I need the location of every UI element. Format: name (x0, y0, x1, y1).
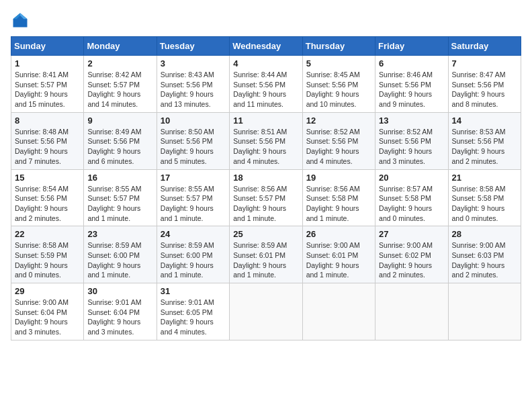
calendar-header-row: SundayMondayTuesdayWednesdayThursdayFrid… (11, 37, 521, 56)
calendar-cell (302, 283, 375, 340)
day-number: 12 (306, 116, 371, 126)
logo-icon (11, 11, 30, 30)
day-number: 7 (452, 58, 517, 68)
calendar-cell: 14 Sunrise: 8:53 AMSunset: 5:56 PMDaylig… (448, 112, 521, 169)
calendar-cell: 26 Sunrise: 9:00 AMSunset: 6:01 PMDaylig… (302, 226, 375, 283)
day-details: Sunrise: 8:56 AMSunset: 5:58 PMDaylight:… (306, 185, 360, 222)
calendar-cell: 31 Sunrise: 9:01 AMSunset: 6:05 PMDaylig… (157, 283, 229, 340)
calendar-week-row: 29 Sunrise: 9:00 AMSunset: 6:04 PMDaylig… (11, 283, 521, 340)
day-number: 8 (15, 116, 80, 126)
day-details: Sunrise: 9:00 AMSunset: 6:04 PMDaylight:… (15, 298, 69, 336)
day-number: 17 (161, 173, 226, 183)
calendar-cell: 8 Sunrise: 8:48 AMSunset: 5:56 PMDayligh… (11, 112, 84, 169)
day-number: 9 (87, 116, 152, 126)
day-details: Sunrise: 9:01 AMSunset: 6:04 PMDaylight:… (87, 298, 141, 336)
calendar-cell: 6 Sunrise: 8:46 AMSunset: 5:56 PMDayligh… (375, 56, 448, 113)
day-number: 30 (87, 286, 152, 296)
day-details: Sunrise: 8:49 AMSunset: 5:56 PMDaylight:… (87, 128, 141, 165)
day-number: 1 (15, 58, 80, 68)
day-details: Sunrise: 8:45 AMSunset: 5:56 PMDaylight:… (306, 71, 360, 108)
day-number: 6 (379, 58, 444, 68)
day-number: 20 (379, 173, 444, 183)
calendar-cell: 28 Sunrise: 9:00 AMSunset: 6:03 PMDaylig… (448, 226, 521, 283)
day-number: 25 (233, 229, 298, 239)
day-number: 23 (87, 229, 152, 239)
calendar-cell: 5 Sunrise: 8:45 AMSunset: 5:56 PMDayligh… (302, 56, 375, 113)
day-number: 15 (15, 173, 80, 183)
day-number: 29 (15, 286, 80, 296)
day-number: 26 (306, 229, 371, 239)
weekday-header-wednesday: Wednesday (230, 37, 302, 56)
day-details: Sunrise: 8:41 AMSunset: 5:57 PMDaylight:… (15, 71, 69, 108)
day-number: 24 (161, 229, 226, 239)
calendar-cell: 16 Sunrise: 8:55 AMSunset: 5:57 PMDaylig… (84, 169, 157, 226)
day-number: 31 (161, 286, 226, 296)
calendar-cell: 4 Sunrise: 8:44 AMSunset: 5:56 PMDayligh… (230, 56, 302, 113)
calendar-cell: 30 Sunrise: 9:01 AMSunset: 6:04 PMDaylig… (84, 283, 157, 340)
day-number: 5 (306, 58, 371, 68)
calendar-week-row: 8 Sunrise: 8:48 AMSunset: 5:56 PMDayligh… (11, 112, 521, 169)
calendar-week-row: 15 Sunrise: 8:54 AMSunset: 5:56 PMDaylig… (11, 169, 521, 226)
weekday-header-friday: Friday (375, 37, 448, 56)
day-details: Sunrise: 8:50 AMSunset: 5:56 PMDaylight:… (161, 128, 214, 165)
day-details: Sunrise: 8:46 AMSunset: 5:56 PMDaylight:… (379, 71, 433, 108)
day-details: Sunrise: 8:56 AMSunset: 5:57 PMDaylight:… (233, 185, 287, 222)
calendar-cell: 12 Sunrise: 8:52 AMSunset: 5:56 PMDaylig… (302, 112, 375, 169)
calendar-table: SundayMondayTuesdayWednesdayThursdayFrid… (11, 36, 521, 340)
calendar-cell: 2 Sunrise: 8:42 AMSunset: 5:57 PMDayligh… (84, 56, 157, 113)
day-number: 22 (15, 229, 80, 239)
calendar-cell: 18 Sunrise: 8:56 AMSunset: 5:57 PMDaylig… (230, 169, 302, 226)
calendar-cell (448, 283, 521, 340)
day-details: Sunrise: 8:51 AMSunset: 5:56 PMDaylight:… (233, 128, 287, 165)
calendar-cell: 27 Sunrise: 9:00 AMSunset: 6:02 PMDaylig… (375, 226, 448, 283)
day-details: Sunrise: 8:55 AMSunset: 5:57 PMDaylight:… (87, 185, 141, 222)
day-details: Sunrise: 8:54 AMSunset: 5:56 PMDaylight:… (15, 185, 69, 222)
day-details: Sunrise: 8:58 AMSunset: 5:59 PMDaylight:… (15, 241, 69, 279)
day-number: 18 (233, 173, 298, 183)
day-details: Sunrise: 8:59 AMSunset: 6:00 PMDaylight:… (161, 241, 214, 279)
calendar-cell: 9 Sunrise: 8:49 AMSunset: 5:56 PMDayligh… (84, 112, 157, 169)
day-number: 27 (379, 229, 444, 239)
day-details: Sunrise: 8:57 AMSunset: 5:58 PMDaylight:… (379, 185, 433, 222)
day-details: Sunrise: 8:43 AMSunset: 5:56 PMDaylight:… (161, 71, 214, 108)
day-details: Sunrise: 9:00 AMSunset: 6:01 PMDaylight:… (306, 241, 360, 279)
day-number: 10 (161, 116, 226, 126)
day-details: Sunrise: 8:55 AMSunset: 5:57 PMDaylight:… (161, 185, 214, 222)
weekday-header-sunday: Sunday (11, 37, 84, 56)
day-details: Sunrise: 8:48 AMSunset: 5:56 PMDaylight:… (15, 128, 69, 165)
calendar-cell: 19 Sunrise: 8:56 AMSunset: 5:58 PMDaylig… (302, 169, 375, 226)
day-details: Sunrise: 8:44 AMSunset: 5:56 PMDaylight:… (233, 71, 287, 108)
calendar-cell: 24 Sunrise: 8:59 AMSunset: 6:00 PMDaylig… (157, 226, 229, 283)
day-number: 19 (306, 173, 371, 183)
day-details: Sunrise: 8:52 AMSunset: 5:56 PMDaylight:… (306, 128, 360, 165)
weekday-header-thursday: Thursday (302, 37, 375, 56)
calendar-cell: 15 Sunrise: 8:54 AMSunset: 5:56 PMDaylig… (11, 169, 84, 226)
calendar-week-row: 22 Sunrise: 8:58 AMSunset: 5:59 PMDaylig… (11, 226, 521, 283)
calendar-cell: 29 Sunrise: 9:00 AMSunset: 6:04 PMDaylig… (11, 283, 84, 340)
day-number: 11 (233, 116, 298, 126)
calendar-cell: 23 Sunrise: 8:59 AMSunset: 6:00 PMDaylig… (84, 226, 157, 283)
weekday-header-tuesday: Tuesday (157, 37, 229, 56)
day-details: Sunrise: 8:52 AMSunset: 5:56 PMDaylight:… (379, 128, 433, 165)
calendar-cell: 13 Sunrise: 8:52 AMSunset: 5:56 PMDaylig… (375, 112, 448, 169)
weekday-header-monday: Monday (84, 37, 157, 56)
day-details: Sunrise: 8:42 AMSunset: 5:57 PMDaylight:… (87, 71, 141, 108)
day-number: 14 (452, 116, 517, 126)
calendar-cell (230, 283, 302, 340)
logo (11, 11, 32, 30)
day-details: Sunrise: 8:59 AMSunset: 6:00 PMDaylight:… (87, 241, 141, 279)
day-number: 28 (452, 229, 517, 239)
calendar-cell: 10 Sunrise: 8:50 AMSunset: 5:56 PMDaylig… (157, 112, 229, 169)
day-details: Sunrise: 8:47 AMSunset: 5:56 PMDaylight:… (452, 71, 506, 108)
calendar-cell: 20 Sunrise: 8:57 AMSunset: 5:58 PMDaylig… (375, 169, 448, 226)
calendar-cell: 3 Sunrise: 8:43 AMSunset: 5:56 PMDayligh… (157, 56, 229, 113)
day-details: Sunrise: 8:58 AMSunset: 5:58 PMDaylight:… (452, 185, 506, 222)
calendar-week-row: 1 Sunrise: 8:41 AMSunset: 5:57 PMDayligh… (11, 56, 521, 113)
calendar-cell: 1 Sunrise: 8:41 AMSunset: 5:57 PMDayligh… (11, 56, 84, 113)
day-details: Sunrise: 9:00 AMSunset: 6:03 PMDaylight:… (452, 241, 506, 279)
calendar-cell: 11 Sunrise: 8:51 AMSunset: 5:56 PMDaylig… (230, 112, 302, 169)
day-details: Sunrise: 9:01 AMSunset: 6:05 PMDaylight:… (161, 298, 214, 336)
day-number: 4 (233, 58, 298, 68)
day-details: Sunrise: 8:53 AMSunset: 5:56 PMDaylight:… (452, 128, 506, 165)
calendar-cell: 17 Sunrise: 8:55 AMSunset: 5:57 PMDaylig… (157, 169, 229, 226)
